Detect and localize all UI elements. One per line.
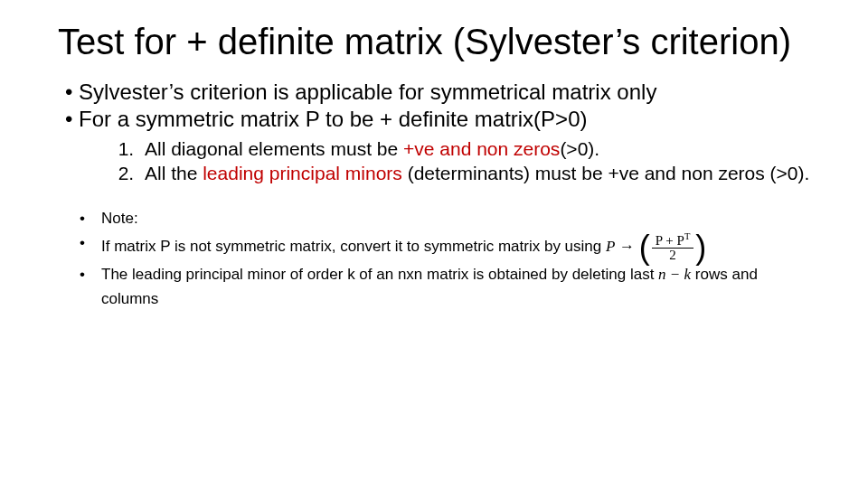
close-paren-icon: ) <box>695 229 706 266</box>
frac-num-sup: T <box>684 231 690 241</box>
notes-list: Note: If matrix P is not symmetric matri… <box>58 207 810 311</box>
fraction-denominator: 2 <box>652 249 694 263</box>
numbered-item-2: All the leading principal minors (determ… <box>139 161 810 185</box>
numbered-item-1: All diagonal elements must be +ve and no… <box>139 136 810 161</box>
bullet-2: For a symmetric matrix P to be + definit… <box>65 106 810 133</box>
note3-pre: The leading principal minor of order k o… <box>101 266 658 283</box>
note-minor-def: The leading principal minor of order k o… <box>80 263 810 311</box>
frac-num-text: P + P <box>656 233 684 248</box>
n2-post: (determinants) must be +ve and non zeros… <box>408 163 810 183</box>
bullet-1: Sylvester’s criterion is applicable for … <box>65 79 810 106</box>
numbered-list: All diagonal elements must be +ve and no… <box>58 136 810 186</box>
open-paren-icon: ( <box>639 229 650 266</box>
note3-math: n − k <box>658 266 691 283</box>
slide: Test for + definite matrix (Sylvester’s … <box>0 0 868 488</box>
fraction-wrap: (P + PT2) <box>639 231 707 264</box>
n2-pre: All the <box>145 163 203 183</box>
note2-pre: If matrix P is not symmetric matrix, con… <box>101 238 606 255</box>
n1-post: (>0). <box>560 138 599 159</box>
note-label: Note: <box>80 207 810 230</box>
slide-title: Test for + definite matrix (Sylvester’s … <box>58 22 810 62</box>
note2-arrow: → <box>615 238 638 255</box>
n1-pre: All diagonal elements must be <box>145 138 403 159</box>
n2-red: leading principal minors <box>203 163 407 183</box>
note2-var: P <box>606 238 615 255</box>
fraction: P + PT2 <box>652 231 694 264</box>
main-bullets: Sylvester’s criterion is applicable for … <box>58 79 810 133</box>
fraction-numerator: P + PT <box>652 231 694 249</box>
n1-red: +ve and non zeros <box>403 138 560 159</box>
note-convert: If matrix P is not symmetric matrix, con… <box>80 231 810 264</box>
